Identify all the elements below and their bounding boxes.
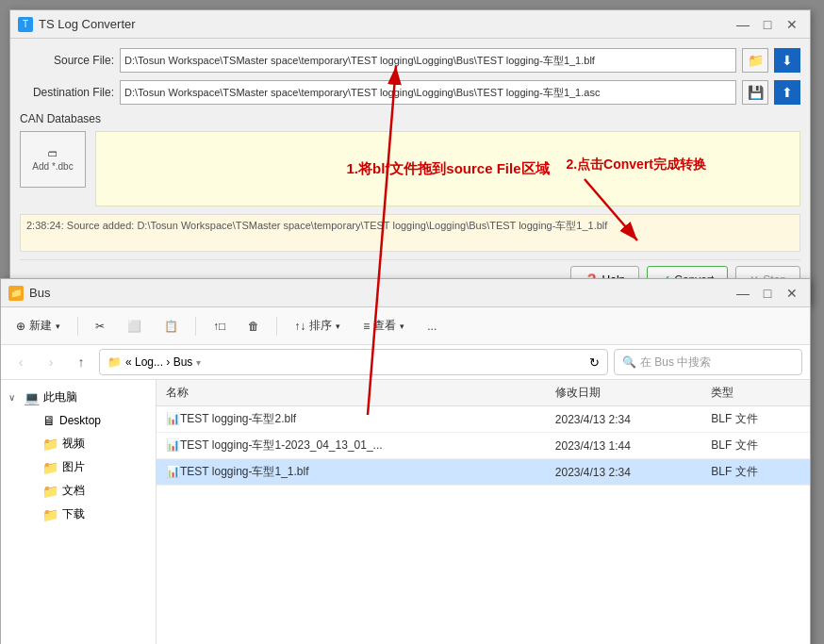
explorer-toolbar: ⊕ 新建 ▾ ✂ ⬜ 📋 ↑□ 🗑 ↑↓ 排序 ▾ ≡ 查看 ▾ xyxy=(1,307,810,345)
documents-icon: 📁 xyxy=(42,484,58,499)
explorer-titlebar: 📁 Bus — □ ✕ xyxy=(1,279,810,307)
new-chevron: ▾ xyxy=(56,322,60,331)
explorer-folder-icon: 📁 xyxy=(8,286,24,301)
dest-save-button[interactable]: 💾 xyxy=(742,80,768,105)
forward-button[interactable]: › xyxy=(39,350,63,374)
ts-app-icon: T xyxy=(18,17,33,32)
cut-button[interactable]: ✂ xyxy=(90,317,110,336)
downloads-icon: 📁 xyxy=(42,507,58,522)
dest-arrow-button[interactable]: ⬆ xyxy=(774,80,800,105)
col-name[interactable]: 名称 xyxy=(157,380,546,406)
col-date[interactable]: 修改日期 xyxy=(546,380,702,406)
paste-button[interactable]: 📋 xyxy=(158,317,184,336)
explorer-close-button[interactable]: ✕ xyxy=(782,283,802,304)
log-text: 2:38:24: Source added: D:\Tosun Workspac… xyxy=(26,220,607,231)
sort-icon: ↑↓ xyxy=(294,320,305,333)
table-row[interactable]: 📊TEST logging-车型2.blf 2023/4/13 2:34 BLF… xyxy=(157,406,810,433)
explorer-maximize-button[interactable]: □ xyxy=(757,283,778,304)
table-row[interactable]: 📊TEST logging-车型1-2023_04_13_01_... 2023… xyxy=(157,433,810,459)
address-path: « Log... › Bus xyxy=(125,355,192,369)
more-button[interactable]: ... xyxy=(421,317,442,336)
file-type-cell: BLF 文件 xyxy=(701,459,810,486)
address-chevron: ▾ xyxy=(196,357,201,368)
video-icon: 📁 xyxy=(42,437,58,452)
share-button[interactable]: ↑□ xyxy=(207,317,231,336)
sort-chevron: ▾ xyxy=(336,322,340,331)
tree-item-desktop[interactable]: 🖥 Desktop xyxy=(1,409,156,432)
view-label: 查看 xyxy=(373,318,396,334)
file-table: 名称 修改日期 类型 📊TEST logging-车型2.blf 2023/4/… xyxy=(157,380,810,486)
destination-file-row: Destination File: 💾 ⬆ xyxy=(20,80,800,105)
explorer-window-controls: — □ ✕ xyxy=(733,283,802,304)
file-name-cell: 📊TEST logging-车型1-2023_04_13_01_... xyxy=(157,433,546,459)
share-icon: ↑□ xyxy=(213,320,225,333)
explorer-window-title: Bus xyxy=(29,286,50,300)
sidebar-tree: ∨ 💻 此电脑 🖥 Desktop 📁 视频 📁 图片 xyxy=(1,380,157,644)
tree-item-video[interactable]: 📁 视频 xyxy=(1,432,156,455)
source-file-input[interactable] xyxy=(120,48,736,73)
file-date-cell: 2023/4/13 2:34 xyxy=(546,459,702,486)
file-type-cell: BLF 文件 xyxy=(701,406,810,433)
address-bar-row: ‹ › ↑ 📁 « Log... › Bus ▾ ↻ 🔍 在 Bus 中搜索 xyxy=(1,345,810,380)
tree-item-downloads[interactable]: 📁 下载 xyxy=(1,503,156,526)
source-arrow-button[interactable]: ⬇ xyxy=(774,48,800,73)
new-icon: ⊕ xyxy=(16,320,25,333)
file-type-cell: BLF 文件 xyxy=(701,433,810,459)
view-icon: ≡ xyxy=(363,320,370,333)
folder-icon: 📁 xyxy=(107,355,122,369)
instruction-area: 1.将blf文件拖到source File区域 xyxy=(95,131,800,206)
paste-icon: 📋 xyxy=(164,320,178,333)
add-dbc-button[interactable]: 🗃 Add *.dbc xyxy=(20,131,86,188)
tree-label-pictures: 图片 xyxy=(62,459,85,475)
tree-label-downloads: 下载 xyxy=(62,506,85,522)
destination-file-label: Destination File: xyxy=(20,86,114,99)
can-db-area: 🗃 Add *.dbc 1.将blf文件拖到source File区域 xyxy=(20,131,800,206)
ts-close-button[interactable]: ✕ xyxy=(782,14,802,35)
up-button[interactable]: ↑ xyxy=(69,350,93,374)
search-bar[interactable]: 🔍 在 Bus 中搜索 xyxy=(614,349,802,375)
refresh-button[interactable]: ↻ xyxy=(589,355,600,370)
destination-file-input[interactable] xyxy=(120,80,736,105)
delete-button[interactable]: 🗑 xyxy=(242,317,265,336)
tree-label-video: 视频 xyxy=(62,436,85,452)
expand-icon: ∨ xyxy=(8,392,20,403)
tree-label-desktop: Desktop xyxy=(59,414,101,427)
table-header-row: 名称 修改日期 类型 xyxy=(157,380,810,406)
desktop-icon: 🖥 xyxy=(42,413,56,428)
toolbar-sep2 xyxy=(195,317,196,336)
file-icon: 📊 xyxy=(166,412,180,425)
back-button[interactable]: ‹ xyxy=(8,350,33,374)
ts-titlebar-left: T TS Log Converter xyxy=(18,17,136,32)
source-file-label: Source File: xyxy=(20,54,114,67)
view-button[interactable]: ≡ 查看 ▾ xyxy=(357,315,410,337)
explorer-minimize-button[interactable]: — xyxy=(733,283,753,304)
sort-button[interactable]: ↑↓ 排序 ▾ xyxy=(288,315,346,337)
add-dbc-label: Add *.dbc xyxy=(32,161,73,172)
source-file-row: Source File: 📁 ⬇ xyxy=(20,48,800,73)
source-browse-button[interactable]: 📁 xyxy=(742,48,768,73)
new-button[interactable]: ⊕ 新建 ▾ xyxy=(10,315,66,337)
copy-button[interactable]: ⬜ xyxy=(122,317,147,336)
tree-item-pc[interactable]: ∨ 💻 此电脑 xyxy=(1,386,156,409)
explorer-titlebar-left: 📁 Bus xyxy=(8,286,50,301)
cut-icon: ✂ xyxy=(95,320,105,333)
tree-item-documents[interactable]: 📁 文档 xyxy=(1,479,156,503)
log-area: 2:38:24: Source added: D:\Tosun Workspac… xyxy=(20,214,800,252)
tree-item-pictures[interactable]: 📁 图片 xyxy=(1,455,156,479)
ts-window-controls: — □ ✕ xyxy=(733,14,802,35)
ts-log-converter-window: T TS Log Converter — □ ✕ Source File: 📁 … xyxy=(9,9,811,305)
pictures-icon: 📁 xyxy=(42,460,58,475)
ts-minimize-button[interactable]: — xyxy=(733,14,753,35)
address-bar[interactable]: 📁 « Log... › Bus ▾ ↻ xyxy=(99,349,608,375)
instruction1-text: 1.将blf文件拖到source File区域 xyxy=(346,160,549,178)
table-row[interactable]: 📊TEST logging-车型1_1.blf 2023/4/13 2:34 B… xyxy=(157,459,810,486)
can-db-label: CAN Databases xyxy=(20,112,800,125)
ts-maximize-button[interactable]: □ xyxy=(757,14,778,35)
col-type[interactable]: 类型 xyxy=(701,380,810,406)
file-list: 名称 修改日期 类型 📊TEST logging-车型2.blf 2023/4/… xyxy=(157,380,810,644)
tree-label-documents: 文档 xyxy=(62,483,85,499)
search-icon: 🔍 xyxy=(622,355,636,369)
explorer-main: ∨ 💻 此电脑 🖥 Desktop 📁 视频 📁 图片 xyxy=(1,380,810,644)
tree-label-pc: 此电脑 xyxy=(43,389,77,405)
ts-body: Source File: 📁 ⬇ Destination File: 💾 ⬆ C… xyxy=(10,39,810,304)
